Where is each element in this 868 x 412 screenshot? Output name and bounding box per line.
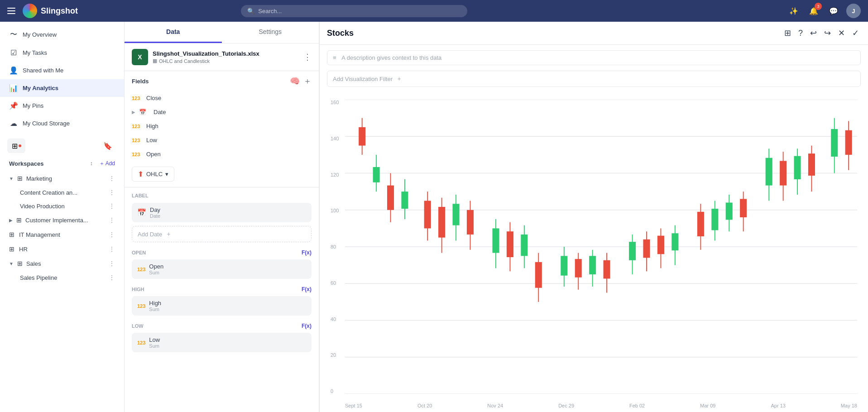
sidebar-item-analytics[interactable]: 📊 My Analytics (0, 79, 124, 97)
tab-settings[interactable]: Settings (222, 22, 319, 43)
workspace-actions: ↕ ＋ Add (87, 159, 115, 168)
low-fx-button[interactable]: F(x) (302, 323, 312, 329)
svg-rect-50 (697, 212, 704, 236)
add-date-button[interactable]: Add Date ＋ (132, 226, 312, 242)
marketing-more-button[interactable]: ⋮ (109, 175, 115, 182)
workspace-sales[interactable]: ▼ ⊞ Sales ⋮ (0, 256, 124, 271)
fields-brain-icon[interactable]: 🧠 (290, 76, 300, 86)
svg-rect-46 (657, 236, 664, 254)
ohlc-type-button[interactable]: ⬆ OHLC ▾ (132, 167, 174, 182)
customer-more-button[interactable]: ⋮ (109, 216, 115, 224)
search-bar[interactable]: 🔍 (241, 5, 467, 17)
tab-data[interactable]: Data (125, 22, 222, 43)
workspace-marketing[interactable]: ▼ ⊞ Marketing ⋮ (0, 171, 124, 186)
sales-more-button[interactable]: ⋮ (109, 260, 115, 267)
menu-icon[interactable] (7, 8, 15, 14)
y-axis: 160 140 120 100 80 60 40 20 0 (331, 100, 339, 394)
video-more-button[interactable]: ⋮ (109, 202, 115, 210)
svg-rect-14 (387, 186, 394, 210)
workspace-hr[interactable]: ⊞ HR ⋮ (0, 242, 124, 256)
cloud-label: My Cloud Storage (23, 120, 70, 127)
svg-rect-32 (535, 262, 542, 288)
x-label-apr: Apr 13 (771, 403, 785, 408)
shared-icon: 👤 (9, 66, 18, 75)
open-fx-button[interactable]: F(x) (302, 249, 312, 256)
label-section-header: LABEL (125, 187, 319, 201)
sidebar-item-pins[interactable]: 📌 My Pins (0, 97, 124, 115)
grid-view-button[interactable]: ⊞ (782, 26, 793, 40)
high-chip-sub: Sum (149, 307, 161, 312)
svg-rect-64 (808, 153, 815, 176)
x-label-nov: Nov 24 (487, 403, 503, 408)
sparkle-icon: ✨ (789, 7, 798, 15)
pipeline-more-button[interactable]: ⋮ (109, 274, 115, 281)
svg-rect-20 (438, 207, 445, 238)
ohlc-chart-icon: ⬆ (138, 170, 144, 178)
hr-label: HR (19, 246, 105, 253)
layers-icon: ⊞ (12, 142, 18, 150)
confirm-button[interactable]: ✓ (850, 26, 861, 40)
workspace-bookmark-tab[interactable]: 🔖 (99, 139, 117, 153)
it-more-button[interactable]: ⋮ (109, 231, 115, 238)
x-label-sept: Sept 15 (345, 403, 362, 408)
field-date[interactable]: ▶ 📅 Date (128, 105, 315, 119)
sort-workspaces-button[interactable]: ↕ (87, 159, 96, 168)
high-fx-button[interactable]: F(x) (302, 286, 312, 292)
workspace-layers-tab[interactable]: ⊞ (7, 139, 25, 153)
redo-button[interactable]: ↪ (822, 26, 833, 40)
user-avatar[interactable]: J (846, 4, 861, 18)
svg-rect-60 (780, 161, 786, 185)
low-chip[interactable]: 123 Low Sum (132, 333, 312, 352)
datasource-subtitle: ▦ OHLC and Candlestick (153, 58, 299, 64)
messages-button[interactable]: 💬 (826, 4, 841, 18)
content-more-button[interactable]: ⋮ (109, 189, 115, 196)
viz-filter-button[interactable]: Add Visualization Filter ＋ (327, 71, 861, 87)
svg-rect-40 (604, 260, 610, 279)
y-label-0: 0 (331, 388, 339, 394)
sub-item-pipeline[interactable]: Sales Pipeline ⋮ (0, 271, 124, 284)
sub-item-content[interactable]: Content Creation an... ⋮ (0, 186, 124, 199)
x-label-feb: Feb 02 (629, 403, 645, 408)
search-input[interactable] (258, 8, 461, 14)
sidebar-item-tasks[interactable]: ☑ My Tasks (0, 44, 124, 62)
ai-assistant-button[interactable]: ✨ (786, 4, 801, 18)
field-low[interactable]: 123 Low (128, 133, 315, 147)
field-open[interactable]: 123 Open (128, 147, 315, 161)
layers-customer-icon: ⊞ (16, 216, 22, 224)
chart-area: 160 140 120 100 80 60 40 20 0 (320, 92, 868, 412)
close-button[interactable]: ✕ (836, 26, 847, 40)
datasource-header: X Slingshot_Visualization_Tutorials.xlsx… (125, 43, 319, 71)
y-label-120: 120 (331, 172, 339, 177)
fields-add-button[interactable]: ＋ (303, 76, 312, 86)
day-chip[interactable]: 📅 Day Date (132, 203, 312, 222)
chart-description[interactable]: ≡ A description gives context to this da… (327, 50, 861, 65)
ohlc-label: OHLC (146, 171, 163, 177)
help-button[interactable]: ? (796, 27, 805, 40)
high-section-row: HIGH F(x) (125, 281, 319, 294)
sidebar-item-overview[interactable]: 〜 My Overview (0, 25, 124, 44)
y-label-100: 100 (331, 208, 339, 213)
workspace-it[interactable]: ⊞ IT Management ⋮ (0, 227, 124, 242)
datasource-more-button[interactable]: ⋮ (303, 52, 312, 62)
svg-rect-56 (740, 199, 747, 217)
sidebar-item-cloud[interactable]: ☁ My Cloud Storage (0, 115, 124, 132)
high-chip[interactable]: 123 High Sum (132, 296, 312, 316)
main-content: Data Settings X Slingshot_Visualization_… (125, 22, 868, 412)
field-close[interactable]: 123 Close (128, 91, 315, 105)
xlsx-icon: X (132, 49, 148, 65)
field-high[interactable]: 123 High (128, 119, 315, 133)
notifications-button[interactable]: 🔔 3 (806, 4, 821, 18)
chat-icon: 💬 (829, 7, 838, 15)
svg-rect-22 (453, 204, 460, 225)
sub-item-video[interactable]: Video Production ⋮ (0, 199, 124, 213)
add-workspace-button[interactable]: ＋ Add (99, 160, 115, 168)
ohlc-chart (345, 100, 857, 394)
hr-more-button[interactable]: ⋮ (109, 245, 115, 253)
sidebar-item-shared[interactable]: 👤 Shared with Me (0, 62, 124, 79)
add-date-plus-icon: ＋ (166, 230, 172, 238)
open-chip[interactable]: 123 Open Sum (132, 259, 312, 279)
marketing-label: Marketing (26, 175, 105, 182)
pins-icon: 📌 (9, 101, 18, 110)
workspace-customer[interactable]: ▶ ⊞ Customer Implementa... ⋮ (0, 213, 124, 227)
undo-button[interactable]: ↩ (808, 26, 819, 40)
